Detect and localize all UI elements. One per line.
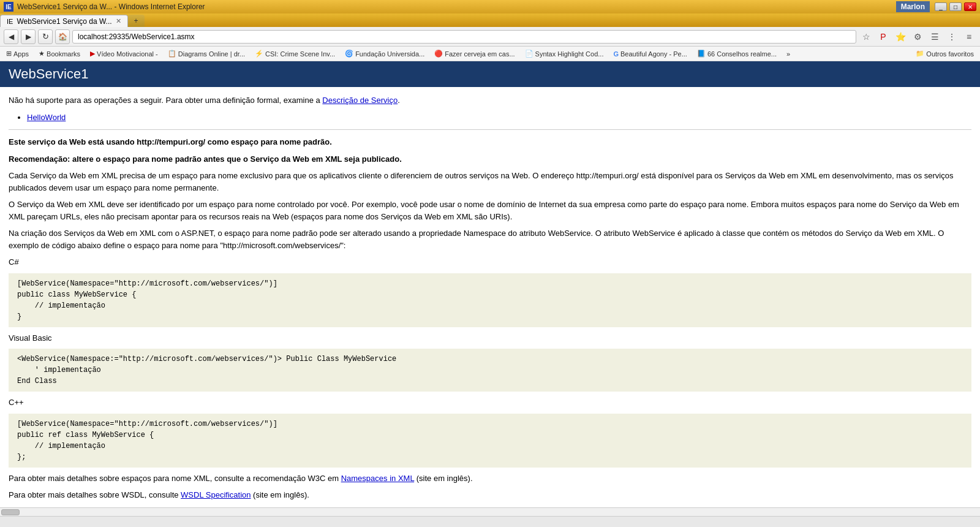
descricao-link[interactable]: Descrição de Serviço [322,96,398,105]
bm-fundacao-label: Fundação Universida... [355,50,424,58]
navigation-bar: ◀ ▶ ↻ 🏠 ☆ P ⭐ ⚙ ☰ ⋮ ≡ [0,27,980,47]
operations-list: HelloWorld [27,112,971,124]
active-tab[interactable]: IE WebService1 Serviço da W... ✕ [0,15,128,27]
footer1: Para obter mais detalhes sobre espaços p… [9,472,971,485]
url-bar[interactable] [72,30,856,44]
vb-code-block: <WebService(Namespace:="http://microsoft… [9,349,971,392]
user-name: Marlon [896,1,930,12]
separator [9,129,971,130]
more-icon[interactable]: ⋮ [944,29,959,44]
warning1-paragraph: Este serviço da Web está usando http://t… [9,136,971,148]
back-button[interactable]: ◀ [4,29,18,44]
outros-icon: 📁 [916,50,924,58]
bm-outros[interactable]: 📁 Outros favoritos [913,49,976,58]
vb-label: Visual Basic [9,332,971,344]
csharp-label: C# [9,256,971,268]
paragraph3: Na criação dos Serviços da Web em XML co… [9,227,971,251]
settings-icon[interactable]: ☰ [927,29,942,44]
extra-icon[interactable]: ≡ [962,29,976,44]
warning2-paragraph: Recomendação: altere o espaço para nome … [9,153,971,165]
footer2-before: Para obter mais detalhes sobre WSDL, con… [9,490,181,499]
syntax-icon: 📄 [525,50,533,58]
scroll-thumb[interactable] [1,509,20,515]
footer1-after: (site em inglês). [414,474,472,483]
bm-outros-label: Outros favoritos [926,50,974,58]
window-title: WebService1 Serviço da W... - Windows In… [17,2,205,11]
tools-icon[interactable]: ⚙ [910,29,925,44]
bm-csi-label: CSI: Crime Scene Inv... [265,50,335,58]
bm-more-label: » [786,50,790,58]
ie-icon: IE [4,2,13,12]
footer2: Para obter mais detalhes sobre WSDL, con… [9,489,971,501]
pinterest-icon[interactable]: P [876,29,891,44]
warning2-text: Recomendação: altere o espaço para nome … [9,154,402,164]
csharp-code-block: [WebService(Namespace="http://microsoft.… [9,273,971,327]
bookmarks-bar: ⊞ Apps ★ Bookmarks ▶ Vídeo Motivacional … [0,47,980,61]
apps-icon: ⊞ [6,50,12,58]
horizontal-scrollbar[interactable] [0,507,980,516]
close-button[interactable]: ✕ [964,2,976,11]
tab-bar: IE WebService1 Serviço da W... ✕ + [0,13,980,27]
bm-fundacao[interactable]: 🌀 Fundação Universida... [342,49,427,58]
warning1-text: Este serviço da Web está usando http://t… [9,137,332,146]
bm-agony[interactable]: G Beautiful Agony - Pe... [611,50,689,58]
bm-syntax[interactable]: 📄 Syntax Highlight Cod... [522,49,606,58]
bookmark-star-icon[interactable]: ☆ [859,29,873,44]
page-title: WebService1 [9,66,88,82]
namespaces-link[interactable]: Namespaces in XML [341,474,414,483]
tab-close-button[interactable]: ✕ [116,17,121,25]
page-content: Não há suporte para as operações a segui… [0,87,980,527]
bm-cerveja-label: Fazer cerveja em cas... [445,50,514,58]
cerveja-icon: 🔴 [434,50,443,58]
refresh-button[interactable]: ↻ [38,29,53,44]
bm-conselhos-label: 66 Conselhos realme... [707,50,777,58]
paragraph1: Cada Serviço da Web em XML precisa de um… [9,170,971,194]
bm-conselhos[interactable]: 📘 66 Conselhos realme... [695,49,779,58]
intro-text: Não há suporte para as operações a segui… [9,96,322,105]
paragraph2: O Serviço da Web em XML deve ser identif… [9,199,971,222]
bookmarks-star-icon: ★ [39,50,45,58]
bm-diagrams-label: Diagrams Online | dr... [178,50,245,58]
bm-apps[interactable]: ⊞ Apps [4,49,31,58]
bm-bookmarks[interactable]: ★ Bookmarks [36,49,83,58]
bm-csi[interactable]: ⚡ CSI: Crime Scene Inv... [252,49,337,58]
cpp-code-block: [WebService(Namespace="http://microsoft.… [9,414,971,468]
agony-icon: G [613,50,619,58]
cpp-label: C++ [9,396,971,409]
conselhos-icon: 📘 [697,50,706,58]
footer1-before: Para obter mais detalhes sobre espaços p… [9,474,341,483]
video-icon: ▶ [90,50,95,58]
fundacao-icon: 🌀 [345,50,353,58]
bm-agony-label: Beautiful Agony - Pe... [620,50,687,58]
forward-button[interactable]: ▶ [21,29,36,44]
status-bar [0,516,980,527]
tab-icon: IE [7,18,13,25]
minimize-button[interactable]: _ [935,2,947,11]
bm-more[interactable]: » [784,50,793,58]
bm-syntax-label: Syntax Highlight Cod... [535,50,604,58]
titlebar-left: IE WebService1 Serviço da W... - Windows… [4,2,205,12]
page-header: WebService1 [0,61,980,87]
bm-diagrams[interactable]: 📋 Diagrams Online | dr... [165,49,247,58]
titlebar: IE WebService1 Serviço da W... - Windows… [0,0,980,13]
intro-paragraph: Não há suporte para as operações a segui… [9,94,971,107]
bm-apps-label: Apps [13,50,29,58]
maximize-button[interactable]: □ [949,2,962,11]
footer2-after: (site em inglês). [251,490,309,499]
bm-video[interactable]: ▶ Vídeo Motivacional - [88,49,160,58]
bm-cerveja[interactable]: 🔴 Fazer cerveja em cas... [432,49,517,58]
active-tab-label: WebService1 Serviço da W... [17,17,111,26]
url-input[interactable] [78,32,851,41]
bm-video-label: Vídeo Motivacional - [97,50,158,58]
diagrams-icon: 📋 [168,50,176,58]
bm-bookmarks-label: Bookmarks [47,50,80,58]
new-tab-button[interactable]: + [128,15,145,27]
favorites-icon[interactable]: ⭐ [893,29,908,44]
csi-icon: ⚡ [255,50,263,58]
home-button[interactable]: 🏠 [55,29,70,44]
wsdl-link[interactable]: WSDL Specification [181,490,251,499]
hello-world-link[interactable]: HelloWorld [27,113,66,122]
